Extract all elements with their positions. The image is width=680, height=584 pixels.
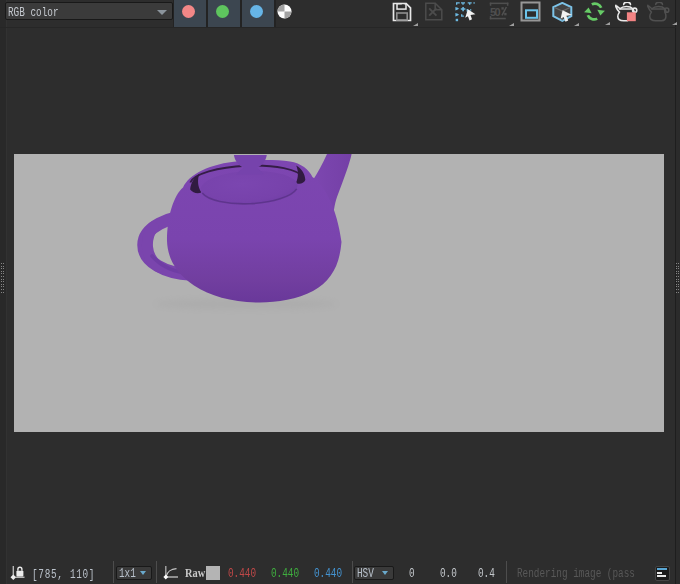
svg-text:50: 50 bbox=[490, 6, 501, 18]
